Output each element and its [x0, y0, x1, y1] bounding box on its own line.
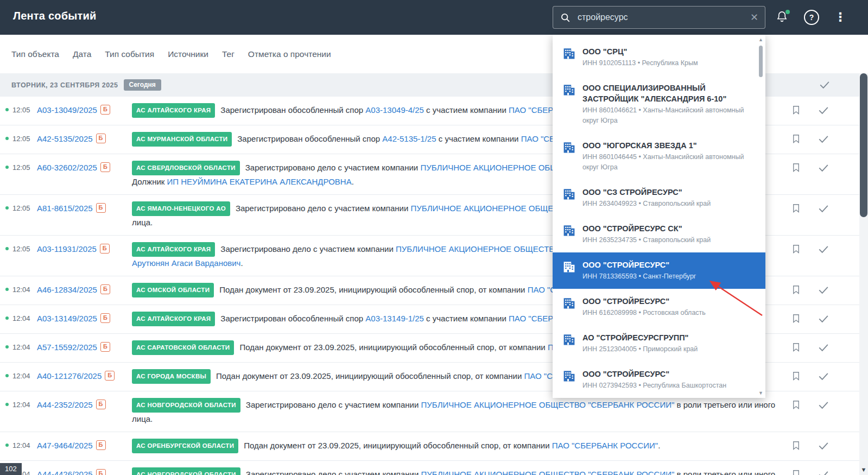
mark-read-check-icon[interactable]: [818, 202, 829, 214]
filter-item[interactable]: Дата: [73, 49, 91, 59]
page-scrollbar-thumb[interactable]: [860, 73, 867, 217]
case-number-link[interactable]: А44-2352/2025: [37, 400, 93, 409]
event-actions: [783, 133, 859, 145]
top-header: Лента событий ✕ ? ⋮: [0, 0, 868, 35]
entity-link[interactable]: ПУБЛИЧНОЕ АКЦИОНЕРНОЕ ОБЩЕСТВО "СБЕРБАНК…: [421, 400, 674, 409]
court-badge: АС НОВГОРОДСКОЙ ОБЛАСТИ: [132, 467, 240, 475]
search-input[interactable]: [576, 12, 750, 23]
entity-link[interactable]: А03-13049-4/25: [365, 105, 424, 115]
mark-read-check-icon[interactable]: [818, 440, 829, 452]
case-number-link[interactable]: А03-13049/2025: [37, 105, 97, 115]
bankruptcy-badge: Б: [100, 313, 110, 323]
mark-read-check-icon[interactable]: [818, 243, 829, 255]
bookmark-icon[interactable]: [791, 468, 801, 475]
case-number-link[interactable]: А03-11931/2025: [37, 244, 97, 254]
company-result-item[interactable]: ООО "ЮГОРСКАЯ ЗВЕЗДА 1" ИНН 8601046445 •…: [553, 133, 765, 180]
filter-item[interactable]: Тип объекта: [11, 49, 59, 59]
bookmark-icon[interactable]: [791, 162, 801, 174]
company-name: ООО "СТРОЙРЕСУРС": [582, 296, 706, 307]
bookmark-icon[interactable]: [791, 341, 801, 353]
bookmark-icon[interactable]: [791, 202, 801, 214]
company-result-item[interactable]: ООО "СЗ СТРОЙРЕСУРС" ИНН 2634049923 • Ст…: [553, 180, 765, 216]
description-text: Зарегистрирован обособленный спор: [237, 134, 382, 143]
mark-read-check-icon[interactable]: [818, 399, 829, 411]
search-box[interactable]: ✕: [553, 6, 765, 29]
company-result-item[interactable]: ООО "СТРОЙРЕСУРС" ИНН 6162089998 • Росто…: [553, 289, 765, 325]
mark-read-check-icon[interactable]: [818, 313, 829, 325]
bookmark-icon[interactable]: [791, 313, 801, 325]
entity-link[interactable]: ПУБЛИЧНОЕ АКЦИОНЕРНОЕ ОБЩЕСТВО "СБЕРБАНК…: [421, 470, 674, 475]
dropdown-scroll-down-icon[interactable]: ▼: [757, 390, 764, 396]
filter-item[interactable]: Тег: [222, 49, 235, 59]
company-result-item[interactable]: ООО "СТРОЙРЕСУРС" ИНН 7813365593 • Санкт…: [553, 252, 765, 289]
case-number-link[interactable]: А46-12834/2025: [37, 285, 97, 294]
notifications-bell-icon[interactable]: [776, 10, 789, 24]
case-number-link[interactable]: А42-5135/2025: [37, 134, 93, 143]
clear-search-icon[interactable]: ✕: [750, 12, 758, 22]
company-result-item[interactable]: ООО СПЕЦИАЛИЗИРОВАННЫЙ ЗАСТРОЙЩИК "АЛЕКС…: [553, 75, 765, 133]
filter-item[interactable]: Отметка о прочтении: [248, 49, 331, 59]
page-scrollbar[interactable]: ▼: [859, 73, 868, 475]
event-case-cell: А46-12834/2025 Б: [37, 283, 132, 295]
company-result-item[interactable]: ООО "СРЦ" ИНН 9102051113 • Республика Кр…: [553, 39, 765, 75]
entity-link[interactable]: А42-5135-1/25: [382, 134, 436, 143]
description-text: Зарегистрировано дело с участием компани…: [246, 470, 421, 475]
bankruptcy-badge: Б: [96, 440, 106, 450]
entity-link[interactable]: ИП НЕУЙМИНА ЕКАТЕРИНА АЛЕКСАНДРОВНА: [167, 177, 352, 186]
bookmark-icon[interactable]: [791, 370, 801, 382]
entity-link[interactable]: Арутюнян Агаси Варданович: [132, 258, 240, 268]
case-number-link[interactable]: А81-8615/2025: [37, 204, 93, 213]
page-title: Лента событий: [13, 10, 96, 22]
mark-read-check-icon[interactable]: [818, 162, 829, 174]
case-number-link[interactable]: А44-4426/2025: [37, 470, 93, 475]
company-result-item[interactable]: ООО "СТРОЙРЕСУРС" ИНН 0273942593 • Респу…: [553, 362, 765, 398]
case-number-link[interactable]: А03-13149/2025: [37, 314, 97, 323]
unread-dot: [5, 403, 9, 406]
dropdown-scrollbar-thumb[interactable]: [759, 46, 763, 77]
help-icon[interactable]: ?: [804, 10, 819, 25]
event-actions: [783, 313, 859, 325]
unread-dot: [5, 444, 9, 447]
unread-dot: [5, 206, 9, 210]
scroll-down-icon[interactable]: ▼: [859, 465, 868, 474]
bookmark-icon[interactable]: [791, 133, 801, 145]
event-text-cell: АС НОВГОРОДСКОЙ ОБЛАСТИЗарегистрировано …: [132, 468, 783, 475]
search-results-dropdown: ООО "СРЦ" ИНН 9102051113 • Республика Кр…: [553, 35, 765, 398]
event-time: 12:05: [12, 245, 30, 253]
company-details: ИНН 2635234735 • Ставропольский край: [582, 235, 711, 245]
case-number-link[interactable]: А47-9464/2025: [37, 441, 93, 450]
company-result-item[interactable]: ООО "СТРОЙРЕСУРС СК" ИНН 2635234735 • Ст…: [553, 216, 765, 252]
dropdown-scroll-up-icon[interactable]: ▲: [757, 37, 764, 42]
case-number-link[interactable]: А40-121276/2025: [37, 371, 102, 381]
mark-read-check-icon[interactable]: [818, 284, 829, 296]
company-result-item[interactable]: АО "СТРОЙРЕСУРСГРУПП" ИНН 2512304005 • П…: [553, 325, 765, 362]
company-text: ООО "СТРОЙРЕСУРС" ИНН 6162089998 • Росто…: [582, 296, 706, 318]
bookmark-icon[interactable]: [791, 399, 801, 411]
mark-read-check-icon[interactable]: [818, 468, 829, 475]
event-case-cell: А44-4426/2025 Б: [37, 468, 132, 475]
mark-read-check-icon[interactable]: [818, 104, 829, 116]
mark-day-read-check-icon[interactable]: [819, 79, 831, 93]
bankruptcy-badge: Б: [96, 469, 106, 475]
company-details: ИНН 8601046445 • Ханты-Мансийский автоно…: [582, 152, 751, 173]
case-number-link[interactable]: А57-15592/2025: [37, 343, 97, 352]
mark-read-check-icon[interactable]: [818, 133, 829, 145]
filter-item[interactable]: Источники: [168, 49, 208, 59]
mark-read-check-icon[interactable]: [818, 341, 829, 353]
company-name: ООО "СТРОЙРЕСУРС": [582, 369, 726, 379]
entity-link[interactable]: ПАО "СБЕРБАНК РОССИИ": [552, 441, 658, 450]
event-time-cell: 12:05: [0, 202, 37, 214]
bookmark-icon[interactable]: [791, 440, 801, 452]
entity-link[interactable]: А03-13149-1/25: [365, 314, 424, 323]
event-time: 12:05: [12, 204, 30, 212]
dropdown-scrollbar[interactable]: ▲ ▼: [757, 37, 764, 396]
bookmark-icon[interactable]: [791, 284, 801, 296]
company-details: ИНН 6162089998 • Ростовская область: [582, 308, 706, 318]
bookmark-icon[interactable]: [791, 104, 801, 116]
mark-read-check-icon[interactable]: [818, 370, 829, 382]
bookmark-icon[interactable]: [791, 243, 801, 255]
bankruptcy-badge: Б: [100, 244, 110, 254]
filter-item[interactable]: Тип события: [105, 49, 154, 59]
overflow-menu-icon[interactable]: ⋮: [834, 11, 846, 23]
case-number-link[interactable]: А60-32602/2025: [37, 163, 97, 172]
